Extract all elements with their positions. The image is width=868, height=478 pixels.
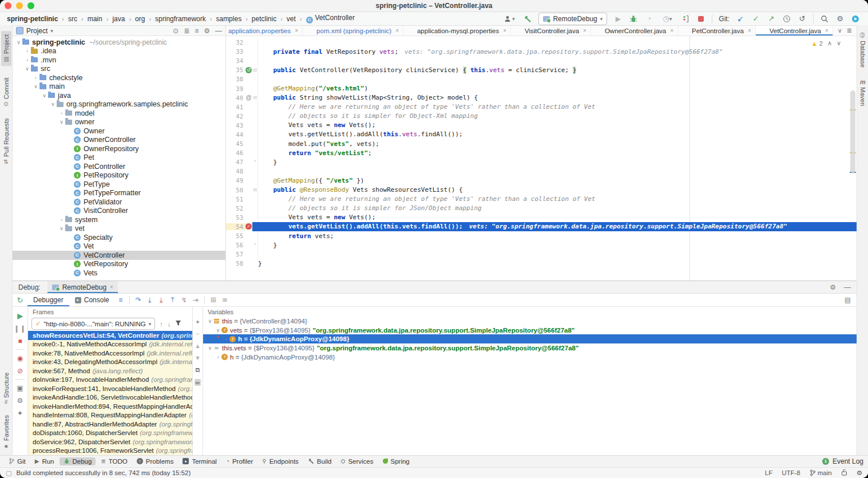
build-hammer-icon[interactable] — [523, 14, 532, 23]
tab-console[interactable]: ▸Console — [69, 294, 115, 306]
editor-tab[interactable]: ⚘application.properties× — [226, 26, 303, 36]
breadcrumb-item[interactable]: main — [88, 15, 102, 23]
git-push-icon[interactable]: ↗ — [767, 14, 776, 23]
add-watch-icon[interactable]: + — [196, 318, 199, 325]
code-line-33[interactable]: 33 private final VetRepository vets;vets… — [226, 47, 857, 56]
editor-tab[interactable]: CVisitController.java× — [511, 26, 591, 36]
fold-marker[interactable]: ⌃ — [252, 157, 258, 167]
stack-frame[interactable]: doInvoke:197, InvocableHandlerMethod(org… — [28, 376, 192, 385]
stack-frame[interactable]: invoke:567, Method(java.lang.reflect) — [28, 366, 192, 376]
hide-debug-icon[interactable]: — — [844, 283, 851, 291]
scrollbar-thumb[interactable] — [850, 90, 855, 173]
code-line-48[interactable]: 48 — [226, 167, 857, 176]
tree-item-vetrepository[interactable]: IVetRepository — [13, 260, 225, 269]
debug-button-icon[interactable] — [629, 14, 638, 23]
stop-icon[interactable]: ■ — [18, 337, 22, 345]
code-line-52[interactable]: 52 // objects so it is simpler for JSon/… — [226, 204, 857, 213]
tree-item-system[interactable]: ›system — [13, 215, 225, 224]
fold-marker[interactable]: ⊟ — [252, 93, 258, 102]
tree-item-pet[interactable]: CPet — [13, 153, 225, 163]
code-line-42[interactable]: 42 // objects so it is simpler for Objec… — [226, 112, 857, 121]
line-number[interactable]: 55 — [226, 232, 245, 239]
variable-expander[interactable]: ∨ — [215, 327, 221, 333]
tree-item-model[interactable]: ›model — [13, 109, 225, 118]
stack-frame[interactable]: handleInternal:808, RequestMappingHandle… — [28, 411, 192, 420]
line-number[interactable]: 50 — [226, 187, 245, 193]
code-line-44[interactable]: 44 vets.getVetList().addAll(this.vets.fi… — [226, 130, 857, 139]
code-line-53[interactable]: 53 Vets vets = new Vets(); — [226, 213, 857, 222]
toolwindow-button-terminal[interactable]: ▸Terminal — [179, 457, 220, 465]
move-watch-up-icon[interactable]: ▲ — [195, 342, 201, 349]
stack-frame[interactable]: invoke:78, NativeMethodAccessorImpl(jdk.… — [28, 349, 192, 358]
tree-expander[interactable]: ∨ — [32, 84, 39, 89]
line-number[interactable]: 38 — [226, 76, 245, 82]
code-editor[interactable]: 3233 private final VetRepository vets;ve… — [226, 36, 857, 281]
show-execution-point-icon[interactable]: ↷ — [133, 296, 144, 304]
stack-frame[interactable]: invoke:43, DelegatingMethodAccessorImpl(… — [28, 358, 192, 367]
breadcrumb-item[interactable]: spring-petclinic — [7, 15, 58, 23]
line-separator-widget[interactable]: LF — [765, 469, 772, 476]
stop-button-icon[interactable] — [696, 14, 706, 23]
line-number[interactable]: 42 — [226, 113, 245, 120]
toolwindow-button-todo[interactable]: ≣TODO — [97, 457, 131, 465]
toolwindow-button-services[interactable]: ⛭Services — [336, 457, 377, 465]
tree-expander[interactable]: ∨ — [58, 226, 65, 231]
close-tab-icon[interactable]: × — [295, 27, 298, 34]
breadcrumb-item[interactable]: samples — [216, 15, 241, 23]
tree-item-pettypeformatter[interactable]: CPetTypeFormatter — [13, 189, 225, 198]
panel-settings-icon[interactable]: ⚙ — [204, 27, 210, 35]
code-line-55[interactable]: 55 return vets; — [226, 231, 857, 240]
stack-frame[interactable]: doService:962, DispatcherServlet(org.spr… — [28, 437, 192, 447]
sidebar-item-pull-requests[interactable]: ⇅Pull Requests — [3, 118, 10, 164]
project-panel-title[interactable]: Project ▾ — [16, 27, 53, 35]
evaluate-expression-icon[interactable]: ⊞ — [208, 296, 219, 304]
breakpoint-icon[interactable]: ✓ — [245, 223, 252, 230]
tree-item-owner[interactable]: COwner — [13, 127, 225, 136]
stack-frame[interactable]: showResourcesVetList:54, VetController(o… — [28, 331, 192, 340]
code-with-me-icon[interactable] — [851, 14, 860, 23]
drop-frame-icon[interactable]: ↯ — [179, 296, 190, 304]
resume-icon[interactable]: ▶ — [17, 311, 22, 320]
tree-expander[interactable]: ∨ — [23, 66, 31, 72]
line-number[interactable]: 57 — [226, 251, 245, 258]
tab-options-icon[interactable]: ≣ — [847, 27, 852, 34]
attach-debugger-icon[interactable] — [681, 14, 690, 23]
layout-settings-icon[interactable]: ▤ — [845, 296, 851, 304]
encoding-widget[interactable]: UTF-8 — [782, 469, 800, 476]
debug-session-tab[interactable]: RemoteDebug × — [47, 281, 118, 293]
line-number[interactable]: 46 — [226, 149, 245, 156]
editor-scrollbar[interactable] — [849, 36, 857, 281]
tree-item-java[interactable]: ∨java — [13, 91, 225, 100]
stack-frame[interactable]: invokeHandlerMethod:894, RequestMappingH… — [28, 402, 192, 411]
user-profile-icon[interactable]: ▾ — [502, 14, 517, 23]
remove-watch-icon[interactable]: − — [196, 330, 199, 337]
lock-icon[interactable] — [841, 469, 847, 477]
tree-item-petvalidator[interactable]: CPetValidator — [13, 197, 225, 207]
tree-item-ownerrepository[interactable]: IOwnerRepository — [13, 144, 225, 153]
code-line-56[interactable]: 56⌃ } — [226, 240, 857, 250]
frame-up-icon[interactable]: ↑ — [160, 321, 163, 327]
git-branch-widget[interactable]: main — [810, 469, 832, 476]
view-breakpoints-icon[interactable]: ◉ — [17, 354, 23, 362]
tree-item-vets[interactable]: CVets — [13, 268, 225, 278]
code-line-34[interactable]: 34 — [226, 56, 857, 65]
code-line-45[interactable]: 45 model.put("vets", vets); — [226, 139, 857, 148]
tree-item-spring-petclinic[interactable]: ∨spring-petclinic~/sources/spring-petcli… — [13, 38, 225, 47]
code-line-50[interactable]: 50⊟ public @ResponseBody Vets showResour… — [226, 185, 857, 195]
line-number[interactable]: 40 — [226, 94, 245, 101]
toolwindow-button-profiler[interactable]: ◔Profiler — [222, 457, 257, 465]
toolwindow-button-run[interactable]: ▶Run — [31, 457, 58, 465]
step-into-icon[interactable]: ⤓ — [156, 296, 167, 304]
variable-row[interactable]: ›fh = {JdkDynamicAopProxy@14098} — [203, 334, 857, 343]
breadcrumb-item[interactable]: src — [68, 15, 77, 23]
tree-item-org-springframework-samples-petclinic[interactable]: ∨org.springframework.samples.petclinic — [13, 100, 225, 109]
breadcrumb-item[interactable]: vet — [287, 15, 296, 23]
debug-gear-icon[interactable]: ⚙ — [17, 396, 23, 405]
sidebar-item-structure[interactable]: #Structure — [3, 373, 10, 404]
editor-tab[interactable]: COwnerController.java× — [591, 26, 678, 36]
line-number[interactable]: 41 — [226, 104, 245, 110]
step-over-icon[interactable]: ⤓ — [144, 296, 156, 304]
recent-history-icon[interactable] — [782, 14, 791, 23]
variable-expander[interactable]: › — [223, 336, 229, 342]
ide-settings-icon[interactable]: ⚙ — [835, 14, 845, 23]
